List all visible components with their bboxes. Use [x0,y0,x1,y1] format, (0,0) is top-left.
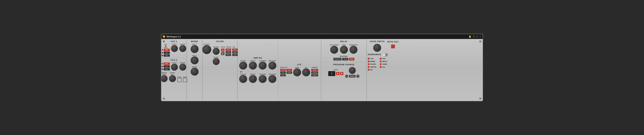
ampeg-attack-label: ATTACK [240,60,246,62]
mixer-vco1-knob[interactable] [190,45,198,53]
vco2-tri-btn[interactable]: Tri [164,65,170,68]
eg-attack-knob[interactable] [239,75,247,83]
lfo-target-pitch[interactable]: Pitch [311,69,318,71]
oct-label: OCT [164,44,167,45]
ampeg-sustain-knob[interactable] [259,62,267,70]
rand-ampeg-indicator [368,66,370,68]
restore-icon[interactable]: ⊡ [476,35,478,38]
eg-sustain-label: SUSTAIN [259,74,266,75]
lfo-int-knob[interactable] [302,68,310,76]
mixer-vco2-knob[interactable] [190,56,198,64]
pitcheg-label: PITCH EG [169,72,176,75]
vco-section: VCO 1 OCT WAVE Saw Tri Sqr [161,39,186,101]
prog-ab-buttons: A B [336,72,344,75]
pole-2-btn[interactable]: 2 [221,52,224,55]
delay-time-label: TIME [342,44,346,46]
track-full-btn[interactable]: Full [226,48,231,51]
vel-off-btn[interactable]: Off [232,54,238,56]
delay-time-knob[interactable] [340,46,348,54]
lfo-eg-rate-btn[interactable]: Rate [286,72,292,74]
title-bar: Minilogue 2.1 ✋ ⊟ ⊡ ✕ [161,34,483,39]
lfo-target-shape[interactable]: Shape [311,72,318,74]
bypass-btn[interactable]: Bypass [333,58,342,60]
crossmod-label: CROSS MOD [161,72,168,75]
lfo-eg-off-placeholder [286,74,292,74]
track-off-btn[interactable]: Off [226,54,231,56]
ampeg-decay-label: DECAY [250,60,256,62]
prog-b-btn[interactable]: B [340,72,344,75]
prog-next-btn[interactable]: → [356,75,360,78]
lfo-tri-btn[interactable]: Tri [280,72,286,74]
pitcheg-knob[interactable] [169,75,176,82]
feedback-knob[interactable] [350,46,358,54]
minimize-icon[interactable]: ⊟ [473,35,475,38]
hpcutoff-knob[interactable] [330,46,338,54]
close-icon[interactable]: ✕ [479,35,481,38]
randomise-toggle[interactable] [382,53,388,56]
ring-label: RING [183,76,187,78]
egint-knob[interactable] [213,58,220,65]
vco2-saw-btn[interactable]: Saw [164,62,170,65]
rand-vco-indicator [368,58,370,60]
eg-decay-knob[interactable] [249,75,257,83]
dump-btn[interactable]: Dump [349,75,356,78]
crossmod-knob[interactable] [161,75,168,82]
synth-container: Minilogue 2.1 ✋ ⊟ ⊡ ✕ VCO 1 OCT WAVE [161,34,483,101]
vco1-shape-label: SHAPE [180,44,185,45]
vco1-saw-indicator [162,49,163,50]
hand-icon: ✋ [468,35,472,38]
vco2-pitch-knob[interactable] [171,64,178,71]
vco2-sqr-btn[interactable]: Sqr [164,68,170,70]
eg-sustain-knob[interactable] [259,75,267,83]
lfo-sqr-btn[interactable]: Sqr [280,74,286,76]
cutoff-knob[interactable] [202,45,211,54]
lfo-rate-label: RATE [295,67,299,68]
reson-label: RESON [214,46,219,48]
eg-subtitle: EG [240,71,242,73]
noteout-indicator [391,44,395,48]
ampeg-attack-knob[interactable] [239,62,247,70]
post-btn[interactable]: Post [342,58,348,60]
screw-tr [479,40,481,42]
lfo-wave-buttons: Saw Tri Sqr [280,69,286,76]
rand-ampeg-label: AMP EG [370,66,376,68]
voicedepth-knob[interactable] [373,44,381,52]
lfo-saw-btn[interactable]: Saw [280,69,286,71]
prog-knob[interactable] [349,67,356,74]
vco1-shape-knob[interactable] [179,45,186,52]
lfo-target-cutoff[interactable]: Cutoff [311,74,318,76]
rand-mixer-label: MIXER [370,60,375,62]
ampeg-decay-knob[interactable] [249,62,257,70]
ampeg-release-knob[interactable] [268,62,276,70]
rand-all-indicator [380,66,382,68]
reson-knob[interactable] [213,48,220,55]
rand-filter-label: FILTER [370,63,376,65]
lfo-eg-buttons: Int Rate [286,69,292,76]
oct-indicator [165,46,166,47]
lfo-eg-int-btn[interactable]: Int [286,69,292,71]
prog-prev-btn[interactable]: ← [345,75,348,78]
rand-lfo-indicator [380,58,382,60]
sync-checkbox[interactable] [177,78,182,82]
vco2-shape-knob[interactable] [179,64,186,71]
vco1-tri-btn[interactable]: Tri [164,52,170,54]
vel-half-btn[interactable]: Half [232,51,238,54]
rand-voice-indicator [380,63,382,65]
pole-4-btn[interactable]: 4 [221,48,224,52]
eg-release-knob[interactable] [268,75,276,83]
screw-br [479,98,481,100]
ring-checkbox[interactable] [183,78,187,82]
noteout-title: NOTE OUT [387,41,398,43]
vco1-sqr-btn[interactable]: Sqr [164,54,170,57]
mixer-noise-knob[interactable] [190,68,198,76]
vco1-pitch-knob[interactable] [171,45,178,52]
prog-a-btn[interactable]: A [336,72,340,75]
pre-btn[interactable]: Pre [349,58,354,60]
mixer-vco1-label: VCO 1 [192,44,197,45]
rand-filter-indicator [368,63,370,65]
vco1-saw-btn[interactable]: Saw [164,49,170,51]
title-icons: ⊟ ⊡ ✕ [473,35,481,38]
lfo-rate-knob[interactable] [293,68,301,76]
track-half-btn[interactable]: Half [226,51,231,54]
vel-full-btn[interactable]: Full [232,48,238,51]
